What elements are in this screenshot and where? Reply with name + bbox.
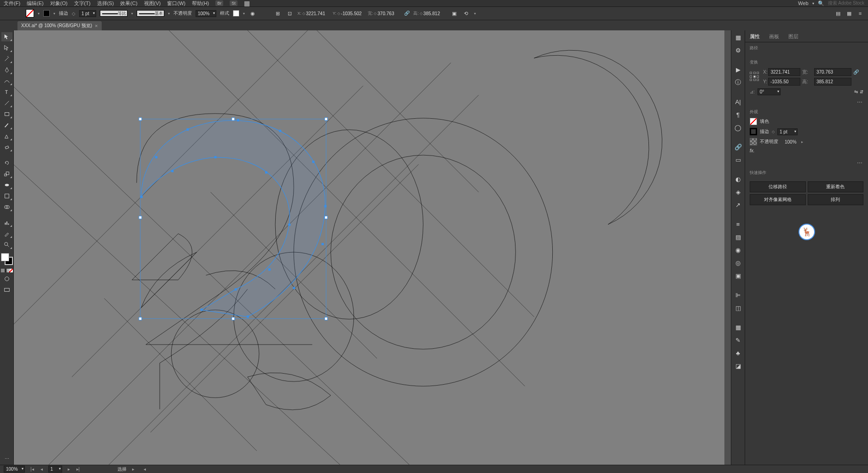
- opacity-input[interactable]: 100%: [196, 10, 217, 17]
- transform-ref-icon[interactable]: ⊡: [285, 9, 294, 17]
- appearance-more-icon[interactable]: ⋯: [745, 159, 868, 167]
- user-avatar[interactable]: 🦌: [799, 224, 815, 240]
- menu-object[interactable]: 对象(O): [50, 0, 68, 7]
- transform-h-input[interactable]: [814, 78, 851, 86]
- column-graph-tool[interactable]: [1, 218, 12, 227]
- magic-wand-tool[interactable]: [1, 54, 12, 63]
- recolor-icon[interactable]: ◉: [249, 9, 257, 17]
- y-value[interactable]: -1035.502: [341, 11, 364, 16]
- gradient-mode-icon[interactable]: [5, 269, 9, 272]
- line-tool[interactable]: [1, 98, 12, 108]
- export-icon[interactable]: ↗: [733, 200, 743, 210]
- artboard-number[interactable]: 1: [48, 466, 62, 473]
- draw-mode-icon[interactable]: [1, 274, 12, 283]
- width-tool[interactable]: [1, 180, 12, 190]
- isolate-icon[interactable]: ⟲: [462, 9, 470, 17]
- status-dropdown-icon[interactable]: ▸: [131, 467, 135, 472]
- color-icon[interactable]: ◐: [733, 174, 743, 184]
- align-pixel-button[interactable]: 对齐像素网格: [750, 194, 806, 205]
- tab-close-icon[interactable]: ×: [95, 23, 98, 29]
- x-value[interactable]: 3221.741: [306, 11, 329, 16]
- menu-type[interactable]: 文字(T): [74, 0, 91, 7]
- brushes-icon[interactable]: ✎: [733, 335, 743, 345]
- stroke-weight-stepper[interactable]: ◇: [72, 11, 75, 16]
- paintbrush-tool[interactable]: [1, 121, 12, 130]
- color-mode-icon[interactable]: [1, 269, 5, 272]
- shape-mode-icon[interactable]: ▣: [450, 9, 458, 17]
- appearance-opacity-swatch[interactable]: [750, 138, 757, 145]
- appearance-stroke-swatch[interactable]: [750, 128, 757, 135]
- transform-w-input[interactable]: [814, 68, 851, 76]
- gradient-panel-icon[interactable]: ▨: [733, 232, 743, 242]
- setup-icon[interactable]: ▤: [834, 9, 842, 17]
- menu-help[interactable]: 帮助(H): [192, 0, 209, 7]
- glyphs-icon[interactable]: ◯: [733, 122, 743, 133]
- stroke-weight-input[interactable]: 1 pt: [79, 10, 96, 17]
- zoom-level[interactable]: 100%: [4, 466, 25, 473]
- libraries-icon[interactable]: ▦: [733, 32, 743, 42]
- type-tool[interactable]: T: [1, 87, 12, 97]
- transform-x-input[interactable]: [768, 68, 800, 76]
- stock-icon[interactable]: St: [230, 0, 237, 6]
- appearance-fill-swatch[interactable]: [750, 118, 757, 125]
- pen-tool[interactable]: [1, 65, 12, 75]
- rotate-tool[interactable]: [1, 158, 12, 167]
- links-icon[interactable]: 🔗: [733, 142, 743, 152]
- document-tab[interactable]: XXX.ai* @ 100% (RGB/GPU 预览) ×: [17, 21, 102, 30]
- next-artboard-icon[interactable]: ▸: [67, 467, 71, 472]
- last-artboard-icon[interactable]: ▸|: [75, 467, 81, 472]
- h-value[interactable]: 385.812: [423, 11, 446, 16]
- free-transform-tool[interactable]: [1, 191, 12, 201]
- swatches-icon[interactable]: ▦: [733, 322, 743, 332]
- appearance-icon[interactable]: ◎: [733, 258, 743, 268]
- screen-mode-icon[interactable]: [1, 285, 12, 294]
- asset-export-icon[interactable]: ◪: [733, 361, 743, 371]
- transform-y-input[interactable]: [768, 78, 800, 86]
- scale-tool[interactable]: [1, 169, 12, 179]
- fill-color-swatch[interactable]: [1, 253, 9, 261]
- character-icon[interactable]: A|: [733, 97, 743, 107]
- vertical-scrollbar[interactable]: [724, 30, 731, 465]
- paragraph-icon[interactable]: ¶: [733, 110, 743, 120]
- shape-builder-tool[interactable]: [1, 202, 12, 212]
- appearance-stroke-weight[interactable]: 1 pt: [777, 128, 798, 135]
- none-mode-icon[interactable]: [9, 269, 13, 272]
- search-icon[interactable]: 🔍: [818, 0, 824, 6]
- search-placeholder[interactable]: 搜索 Adobe Stock: [828, 0, 864, 6]
- w-value[interactable]: 370.763: [377, 11, 400, 16]
- menu-icon[interactable]: ≡: [856, 9, 864, 17]
- transparency-icon[interactable]: ◉: [733, 245, 743, 255]
- menu-file[interactable]: 文件(F): [4, 0, 20, 7]
- canvas[interactable]: [14, 30, 731, 465]
- shaper-tool[interactable]: [1, 132, 12, 141]
- arrange-icon[interactable]: ▦: [244, 0, 250, 7]
- edit-toolbar-icon[interactable]: ⋯: [1, 454, 12, 463]
- symbols-icon[interactable]: ♣: [733, 348, 743, 358]
- info-icon[interactable]: ⓘ: [733, 77, 743, 87]
- stroke-profile[interactable]: 等比: [100, 10, 127, 17]
- eyedropper-tool[interactable]: [1, 229, 12, 238]
- appearance-opacity-value[interactable]: 100%: [785, 139, 797, 144]
- fill-swatch[interactable]: [26, 9, 34, 17]
- prev-artboard-icon[interactable]: ◂: [40, 467, 44, 472]
- zoom-tool[interactable]: [1, 240, 12, 249]
- eraser-tool[interactable]: [1, 143, 12, 152]
- hscroll-left-icon[interactable]: ◂: [143, 467, 147, 472]
- brush-def[interactable]: 基本: [137, 10, 164, 17]
- flip-h-icon[interactable]: ⇋: [854, 89, 858, 94]
- pathfinder-icon[interactable]: ◫: [733, 303, 743, 313]
- direct-selection-tool[interactable]: [1, 43, 12, 52]
- tab-layers[interactable]: 图层: [784, 30, 803, 42]
- tab-artboards[interactable]: 画板: [764, 30, 784, 42]
- align-icon[interactable]: ⊞: [273, 9, 282, 17]
- angle-input[interactable]: 0°: [758, 88, 781, 95]
- fill-stroke-swatch[interactable]: [1, 253, 13, 265]
- graphic-styles-icon[interactable]: ▣: [733, 271, 743, 281]
- constrain-wh-icon[interactable]: 🔗: [853, 69, 863, 75]
- stroke-swatch[interactable]: [43, 10, 50, 17]
- artboards-icon[interactable]: ▭: [733, 155, 743, 165]
- align-panel-icon[interactable]: ⊫: [733, 290, 743, 300]
- transform-more-icon[interactable]: ⋯: [745, 98, 868, 106]
- menu-window[interactable]: 窗口(W): [167, 0, 185, 7]
- link-wh-icon[interactable]: 🔗: [404, 11, 410, 16]
